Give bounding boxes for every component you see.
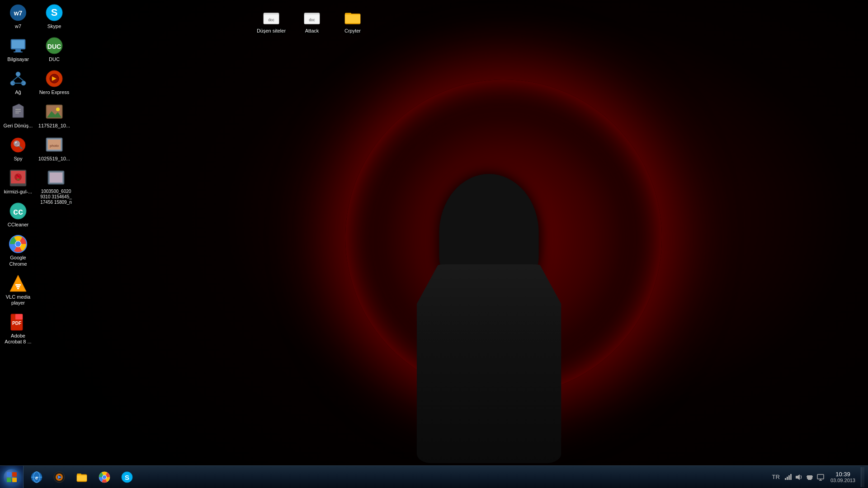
windows-logo	[7, 472, 17, 482]
svg-text:e: e	[35, 475, 38, 480]
bilgisayar-icon	[9, 37, 27, 55]
svg-rect-35	[16, 286, 20, 287]
tray-display-icon[interactable]	[816, 467, 825, 487]
adobe-icon: PDF	[9, 313, 27, 331]
desktop-icon-img1025[interactable]: photo 1025519_10...	[36, 132, 72, 165]
img1003-icon	[47, 169, 65, 187]
svg-rect-14	[14, 52, 23, 52]
desktop-icon-ccleaner[interactable]: cc CCleaner	[0, 198, 36, 231]
desktop-icon-kirmizi[interactable]: 🌹 kirmizi-gul-...	[0, 165, 36, 198]
tray-speaker-icon[interactable]	[794, 467, 803, 487]
spy-icon: 🔍	[9, 136, 27, 154]
skype-label: Skype	[47, 23, 61, 29]
svg-rect-79	[808, 479, 811, 480]
img1003-label: 1003500_60209310 3154645_ 17456 15809_n	[40, 189, 72, 205]
start-orb	[4, 469, 20, 485]
svg-rect-78	[807, 475, 812, 479]
desktop-icon-spy[interactable]: 🔍 Spy	[0, 132, 36, 165]
tray-language[interactable]: TR	[770, 474, 782, 480]
w7-icon: w7	[9, 4, 27, 22]
svg-line-18	[13, 76, 18, 81]
svg-marker-77	[796, 474, 800, 480]
svg-point-70	[103, 475, 106, 479]
vlc-label: VLC media player	[2, 294, 34, 306]
bilgisayar-label: Bilgisayar	[7, 56, 29, 62]
start-button[interactable]	[0, 466, 24, 488]
svg-rect-82	[817, 474, 824, 479]
svg-text:doc: doc	[309, 18, 315, 22]
desktop: doc Düşen siteler doc Attack	[0, 0, 868, 465]
tray-power-icon[interactable]	[805, 467, 814, 487]
svg-rect-81	[812, 476, 813, 477]
desktop-icon-nero[interactable]: Nero Express	[36, 66, 72, 99]
desktop-icon-chrome[interactable]: Google Chrome	[0, 231, 36, 270]
show-desktop-button[interactable]	[861, 467, 864, 487]
adobe-label: Adobe Acrobat 8 ...	[2, 333, 34, 345]
top-icons-row: doc Düşen siteler doc Attack	[253, 5, 371, 38]
tray-network-icon[interactable]	[783, 467, 793, 487]
svg-rect-75	[788, 475, 790, 480]
desktop-icon-skype[interactable]: S Skype	[36, 0, 72, 33]
img1025-label: 1025519_10...	[38, 156, 70, 162]
svg-text:photo: photo	[50, 144, 59, 148]
clock-area[interactable]: 10:39 03.09.2013	[827, 471, 859, 483]
duc-label: DUC	[49, 56, 60, 62]
taskbar-skype-button[interactable]: S	[117, 467, 137, 487]
dusen-label: Düşen siteler	[257, 28, 286, 34]
desktop-icon-img1003[interactable]: 1003500_60209310 3154645_ 17456 15809_n	[36, 165, 76, 209]
desktop-icon-img1175[interactable]: 1175218_10...	[36, 99, 72, 132]
desktop-icon-ag[interactable]: Ağ	[0, 66, 36, 99]
ag-icon	[9, 70, 27, 88]
svg-text:DUC: DUC	[47, 43, 61, 50]
kirmizi-icon: 🌹	[9, 169, 27, 187]
desktop-icon-attack[interactable]: doc Attack	[294, 5, 330, 38]
svg-line-19	[18, 76, 24, 81]
desktop-icon-dusen[interactable]: doc Düşen siteler	[253, 5, 289, 38]
img1175-icon	[45, 103, 63, 121]
desktop-icon-bilgisayar[interactable]: Bilgisayar	[0, 33, 36, 66]
desktop-icon-duc[interactable]: DUC DUC	[36, 33, 72, 66]
svg-text:S: S	[125, 474, 129, 481]
svg-rect-73	[785, 478, 786, 480]
svg-rect-38	[15, 314, 23, 319]
taskbar-explorer-button[interactable]	[71, 467, 92, 487]
nero-icon	[45, 70, 63, 88]
svg-text:PDF: PDF	[12, 321, 21, 326]
taskbar-right: TR	[770, 466, 868, 488]
svg-text:w7: w7	[14, 9, 23, 17]
ag-label: Ağ	[15, 89, 21, 95]
svg-text:🔍: 🔍	[13, 140, 24, 150]
dusen-icon: doc	[262, 8, 280, 26]
vlc-icon	[9, 274, 27, 292]
desktop-icon-adobe[interactable]: PDF Adobe Acrobat 8 ...	[0, 310, 36, 348]
taskbar-ie-button[interactable]: e	[26, 467, 47, 487]
kirmizi-label: kirmizi-gul-...	[4, 189, 32, 195]
desktop-icon-crpyter[interactable]: Crpyter	[335, 5, 371, 38]
svg-rect-67	[77, 475, 87, 481]
attack-icon: doc	[303, 8, 321, 26]
desktop-icon-geri[interactable]: Geri Dönüş...	[0, 99, 36, 132]
ccleaner-label: CCleaner	[8, 222, 28, 228]
svg-text:S: S	[51, 7, 58, 18]
taskbar-media-button[interactable]	[49, 467, 70, 487]
skype-icon: S	[45, 4, 63, 22]
desktop-icon-vlc[interactable]: VLC media player	[0, 271, 36, 310]
svg-point-48	[56, 108, 60, 111]
left-col-1: w7 w7 Bilgisayar	[0, 0, 36, 348]
taskbar-chrome-button[interactable]	[94, 467, 115, 487]
nero-label: Nero Express	[39, 89, 70, 95]
taskbar: e	[0, 465, 868, 488]
w7-label: w7	[15, 23, 21, 29]
spy-label: Spy	[14, 156, 23, 162]
attack-label: Attack	[305, 28, 319, 34]
left-col-2: S Skype DUC DUC Nero Expre	[36, 0, 76, 209]
svg-rect-76	[790, 474, 792, 480]
svg-rect-13	[15, 49, 21, 52]
svg-rect-12	[12, 40, 24, 48]
desktop-icon-w7[interactable]: w7 w7	[0, 0, 36, 33]
geri-icon	[9, 103, 27, 121]
svg-rect-74	[787, 477, 788, 480]
chrome-label: Google Chrome	[2, 255, 34, 267]
taskbar-apps: e	[24, 466, 140, 488]
svg-rect-34	[15, 284, 21, 286]
